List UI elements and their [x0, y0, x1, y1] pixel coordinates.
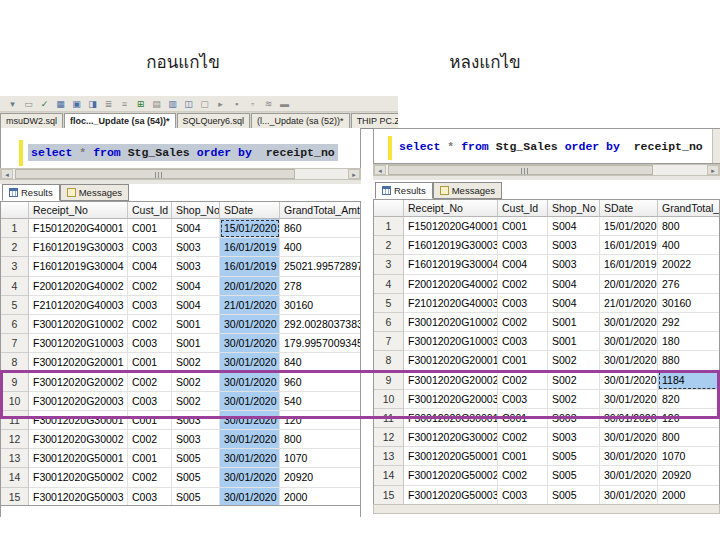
row-number-cell[interactable]: 8 [1, 353, 29, 372]
grid-cell[interactable]: F30012020G30001 [404, 409, 498, 428]
grid-cell[interactable]: F30012020G50001 [404, 447, 498, 466]
grid-cell[interactable]: 16/01/2019 [600, 255, 658, 274]
grid-cell[interactable]: C002 [498, 371, 548, 390]
grid-cell[interactable]: 400 [280, 238, 361, 257]
column-header-Cust_Id[interactable]: Cust_Id [128, 202, 172, 219]
grid-cell[interactable]: 30/01/2020 [600, 428, 658, 447]
grid-cell[interactable]: S003 [548, 236, 600, 255]
grid-cell[interactable]: C001 [128, 449, 172, 468]
select-all-cell[interactable] [1, 202, 29, 219]
row-number-cell[interactable]: 6 [1, 315, 29, 334]
row-number-cell[interactable]: 3 [374, 255, 404, 274]
row-number-cell[interactable]: 7 [1, 334, 29, 353]
right-editor-vscrollbar[interactable] [712, 129, 720, 163]
grid-cell[interactable]: S002 [548, 371, 600, 390]
left-editor-hscrollbar[interactable]: ◂ ▸ [0, 168, 361, 180]
right-editor-hscrollbar[interactable]: ◂ ▸ [373, 164, 720, 176]
grid-cell[interactable]: 30/01/2020 [600, 486, 658, 505]
grid-cell[interactable]: F30012020G20003 [404, 390, 498, 409]
grid-cell[interactable]: 30/01/2020 [220, 488, 280, 506]
grid-cell[interactable]: 30/01/2020 [600, 332, 658, 351]
grid-cell[interactable]: C003 [128, 392, 172, 411]
grid-cell[interactable]: S004 [172, 277, 220, 296]
row-number-cell[interactable]: 11 [1, 411, 29, 430]
grid-cell[interactable]: F30012020G20001 [404, 351, 498, 370]
grid-cell[interactable]: C002 [498, 428, 548, 447]
grid-cell[interactable]: F30012020G50002 [29, 468, 128, 487]
grid-cell[interactable]: 16/01/2019 [600, 236, 658, 255]
file-tab-0[interactable]: msuDW2.sql [0, 113, 63, 128]
grid-cell[interactable]: 800 [280, 430, 361, 449]
grid-cell[interactable]: S001 [172, 315, 220, 334]
row-number-cell[interactable]: 1 [1, 219, 29, 238]
check-icon[interactable]: ✓ [38, 98, 51, 110]
grid-cell[interactable]: C003 [498, 390, 548, 409]
grid-cell[interactable]: C001 [498, 217, 548, 236]
grid-cell[interactable]: F30012020G10003 [404, 332, 498, 351]
grid-cell[interactable]: 292.002803738318 [280, 315, 361, 334]
grid-cell[interactable]: F30012020G20003 [29, 392, 128, 411]
grid-cell[interactable]: 2000 [658, 486, 720, 505]
grid-cell[interactable]: 30160 [280, 296, 361, 315]
grid-cell[interactable]: C003 [128, 488, 172, 506]
grid-cell[interactable]: C001 [128, 353, 172, 372]
row-number-cell[interactable]: 2 [374, 236, 404, 255]
grid-cell[interactable]: C001 [498, 351, 548, 370]
grid-cell[interactable]: S002 [172, 392, 220, 411]
grid-cell[interactable]: S005 [548, 466, 600, 485]
add-icon[interactable]: ⊞ [134, 98, 147, 110]
lines-icon[interactable]: ≡ [118, 98, 131, 110]
toolbar-icon[interactable]: ▥ [166, 98, 179, 110]
grid-cell[interactable]: C003 [498, 332, 548, 351]
grid-cell[interactable]: 30/01/2020 [220, 411, 280, 430]
grid-cell[interactable]: S004 [548, 217, 600, 236]
grid-cell[interactable]: 860 [280, 219, 361, 238]
grid-cell[interactable]: 278 [280, 277, 361, 296]
row-number-cell[interactable]: 15 [1, 488, 29, 506]
grid-cell[interactable]: S002 [172, 353, 220, 372]
grid-cell[interactable]: 20920 [280, 468, 361, 487]
grid-icon[interactable]: ▦ [54, 98, 67, 110]
grid-cell[interactable]: 15/01/2020 [600, 217, 658, 236]
grid-cell[interactable]: F30012020G20002 [29, 373, 128, 392]
scrollbar-thumb[interactable] [15, 169, 295, 179]
grid-cell[interactable]: C004 [498, 255, 548, 274]
grid-cell[interactable]: S005 [172, 449, 220, 468]
toolbar-icon[interactable]: ▬ [278, 98, 291, 110]
toolbar-icon[interactable]: ▪ [230, 98, 243, 110]
grid-cell[interactable]: F30012020G20002 [404, 371, 498, 390]
row-number-cell[interactable]: 7 [374, 332, 404, 351]
grid-cell[interactable]: 120 [658, 409, 720, 428]
grid-cell[interactable]: 960 [280, 373, 361, 392]
column-header-SDate[interactable]: SDate [220, 202, 280, 219]
grid-cell[interactable]: C003 [128, 238, 172, 257]
column-header-SDate[interactable]: SDate [600, 200, 658, 217]
grid-cell[interactable]: 30/01/2020 [220, 373, 280, 392]
toolbar-icon[interactable]: ≋ [262, 98, 275, 110]
toolbar-icon[interactable]: ▤ [150, 98, 163, 110]
grid-cell[interactable]: C003 [498, 486, 548, 505]
row-number-cell[interactable]: 12 [374, 428, 404, 447]
grid-cell[interactable]: 30/01/2020 [600, 466, 658, 485]
column-header-Shop_No[interactable]: Shop_No [548, 200, 600, 217]
grid-cell[interactable]: 800 [658, 217, 720, 236]
grid-cell[interactable]: 21/01/2020 [600, 294, 658, 313]
grid-cell[interactable]: S004 [548, 275, 600, 294]
row-number-cell[interactable]: 3 [1, 257, 29, 276]
scroll-right-icon[interactable]: ▸ [707, 165, 719, 175]
select-all-cell[interactable] [374, 200, 404, 217]
grid-cell[interactable]: 120 [280, 411, 361, 430]
grid-cell[interactable]: S003 [548, 255, 600, 274]
toolbar-icon[interactable]: ◨ [86, 98, 99, 110]
row-number-cell[interactable]: 14 [374, 466, 404, 485]
grid-cell[interactable]: C003 [498, 294, 548, 313]
column-header-Shop_No[interactable]: Shop_No [172, 202, 220, 219]
grid-cell[interactable]: 1070 [280, 449, 361, 468]
scrollbar-track[interactable] [386, 165, 707, 175]
grid-cell[interactable]: F30012020G50003 [29, 488, 128, 506]
toolbar-icon[interactable]: ▣ [70, 98, 83, 110]
row-number-cell[interactable]: 11 [374, 409, 404, 428]
grid-cell[interactable]: S004 [172, 219, 220, 238]
scroll-left-icon[interactable]: ◂ [1, 169, 13, 179]
grid-cell[interactable]: 30/01/2020 [600, 351, 658, 370]
